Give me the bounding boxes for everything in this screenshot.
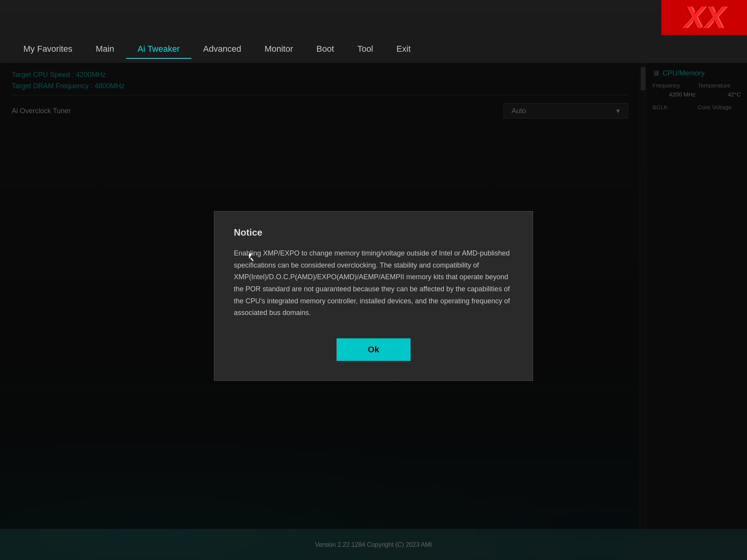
notice-modal: Notice Enabling XMP/EXPO to change memor… — [214, 211, 533, 381]
modal-overlay: Notice Enabling XMP/EXPO to change memor… — [0, 63, 747, 529]
nav-monitor[interactable]: Monitor — [253, 41, 305, 57]
version-text: Version 2.22.1284 Copyright (C) 2023 AMI — [315, 541, 432, 548]
nav-tool[interactable]: Tool — [346, 41, 385, 57]
asus-brand-logo — [661, 0, 747, 35]
nav-boot[interactable]: Boot — [305, 41, 345, 57]
nav-my-favorites[interactable]: My Favorites — [12, 41, 84, 57]
modal-text: Enabling XMP/EXPO to change memory timin… — [234, 247, 513, 319]
nav-advanced[interactable]: Advanced — [191, 41, 253, 57]
modal-title: Notice — [234, 227, 513, 238]
nav-exit[interactable]: Exit — [385, 41, 423, 57]
nav-ai-tweaker[interactable]: Ai Tweaker — [126, 41, 191, 57]
ok-button[interactable]: Ok — [337, 338, 410, 361]
nav-main[interactable]: Main — [84, 41, 126, 57]
